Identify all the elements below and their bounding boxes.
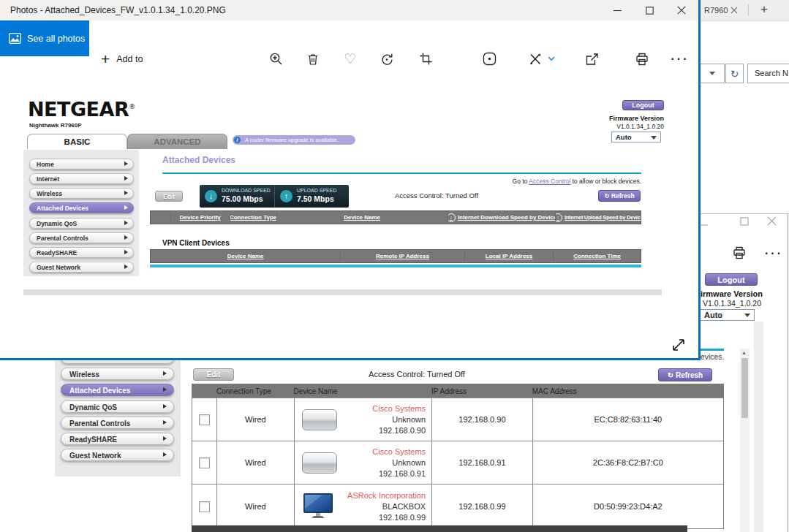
logout-button-large[interactable]: Logout [705, 273, 758, 286]
add-to-button[interactable]: + Add to [101, 41, 143, 77]
sidebar-item-guest-network[interactable]: Guest Network [29, 262, 134, 273]
search-box[interactable] [747, 64, 789, 83]
maximize-button[interactable] [633, 0, 665, 20]
window-title: Photos - Attached_Devices_FW_v1.0.1.34_1… [10, 5, 226, 15]
sidebar-item-attached-devices-large[interactable]: Attached Devices [61, 384, 174, 396]
zoom-icon[interactable] [265, 41, 287, 77]
registered-mark: ® [129, 103, 135, 110]
expand-fullscreen-icon[interactable] [670, 336, 687, 354]
device-ip: 192.168.0.99 [379, 513, 426, 522]
edit-create-icon[interactable] [524, 41, 546, 77]
column-header[interactable]: Device Priority [170, 211, 230, 224]
sidebar-item-label: Attached Devices [69, 387, 130, 395]
close-button[interactable] [665, 0, 698, 20]
window2-maximize-icon[interactable] [740, 217, 749, 226]
sidebar-item-wireless[interactable]: Wireless [29, 188, 134, 199]
sidebar-item-guest-network-large[interactable]: Guest Network [61, 449, 174, 461]
sidebar-item-label: Wireless [69, 370, 99, 379]
browser-refresh-icon: ↻ [731, 68, 739, 80]
refresh-label: Refresh [676, 371, 703, 379]
sidebar-item-label: Attached Devices [37, 205, 88, 212]
search-input[interactable] [753, 68, 789, 78]
logout-button[interactable]: Logout [622, 100, 664, 110]
share-icon[interactable] [581, 41, 603, 77]
refresh-button[interactable]: ↻ Refresh [598, 190, 641, 202]
sidebar-item-parental-controls-large[interactable]: Parental Controls [61, 417, 174, 429]
sidebar-item-label: Parental Controls [69, 419, 130, 428]
row-checkbox[interactable] [199, 414, 210, 425]
more-options-icon[interactable]: ··· [765, 250, 783, 257]
row-checkbox[interactable] [199, 501, 210, 512]
column-header[interactable]: Remote IP Address [340, 250, 464, 262]
sidebar-item-dynamic-qos[interactable]: Dynamic QoS [29, 218, 134, 229]
spot-fix-icon[interactable] [478, 41, 500, 77]
browser-refresh-button[interactable]: ↻ [725, 64, 744, 83]
sidebar-item-attached-devices[interactable]: Attached Devices [29, 202, 134, 213]
column-header[interactable]: Connection Type [216, 387, 294, 395]
scrollbar-thumb[interactable] [741, 358, 748, 418]
table-header-row: Connection Type Device Name IP Address M… [192, 384, 723, 398]
sidebar-item-internet[interactable]: Internet [29, 173, 134, 184]
rotate-icon[interactable] [376, 41, 398, 77]
address-bar-fragment[interactable] [698, 64, 725, 83]
window2-close-icon[interactable] [767, 216, 777, 226]
sidebar-item-readyshare[interactable]: ReadySHARE [29, 247, 134, 258]
connection-type-cell: Wired [216, 398, 294, 441]
see-all-photos-button[interactable]: See all photos [0, 20, 89, 56]
upload-arrow-icon: ↑ [280, 190, 292, 202]
column-header[interactable]: IP Address [431, 387, 532, 395]
delete-icon[interactable] [302, 41, 324, 77]
column-header[interactable]: ↓Internet Download Speed by Device [448, 211, 556, 224]
firmware-mode-value-large: Auto [704, 311, 722, 319]
tab-advanced[interactable]: ADVANCED [127, 134, 227, 149]
refresh-button-large[interactable]: ↻ Refresh [658, 368, 712, 381]
more-options-icon[interactable]: ··· [669, 41, 691, 77]
sidebar-item-home[interactable]: Home [29, 159, 134, 170]
print-icon[interactable] [732, 246, 747, 260]
upload-speed-label: UPLOAD SPEED [297, 188, 336, 193]
row-checkbox[interactable] [199, 457, 210, 468]
tab-basic[interactable]: BASIC [27, 134, 127, 149]
new-tab-button[interactable]: + [760, 2, 768, 17]
sidebar-item-label: Dynamic QoS [69, 403, 117, 411]
edit-button[interactable]: Edit [155, 191, 183, 202]
column-header[interactable]: MAC Address [532, 387, 723, 395]
column-header[interactable]: Device Name [151, 250, 340, 262]
firmware-mode-select[interactable]: Auto [611, 132, 661, 142]
tab-close-icon[interactable] [731, 7, 738, 14]
edit-button-large[interactable]: Edit [193, 368, 234, 381]
add-to-label: Add to [116, 54, 143, 64]
minimize-button[interactable] [601, 0, 633, 20]
ip-address-cell: 192.168.0.90 [431, 398, 532, 441]
favorite-heart-icon[interactable]: ♡ [339, 41, 361, 77]
banner-text: A router firmware upgrade is available. [245, 137, 339, 143]
ip-address-cell: 192.168.0.99 [431, 484, 532, 528]
access-control-link[interactable]: Access Control [529, 178, 570, 185]
sidebar-item-dynamic-qos-large[interactable]: Dynamic QoS [61, 400, 174, 413]
browser-tab-bar: R7960 + [698, 0, 789, 21]
crop-icon[interactable] [415, 41, 437, 77]
address-dropdown-icon[interactable] [709, 72, 715, 75]
vpn-table-rule [150, 265, 641, 267]
sidebar-item-readyshare-large[interactable]: ReadySHARE [61, 433, 174, 445]
firmware-mode-value: Auto [616, 133, 632, 141]
column-header[interactable]: Local IP Address [464, 250, 554, 262]
column-header[interactable]: Device Name [294, 387, 431, 395]
photo-bottom-band [23, 289, 662, 295]
sidebar-item-wireless-large[interactable]: Wireless [61, 368, 174, 380]
device-ip: 192.168.0.91 [379, 469, 426, 478]
column-header[interactable]: ↑Internet Upload Speed by Device [555, 211, 641, 224]
column-header[interactable]: Device Name [276, 211, 448, 224]
sidebar-item-parental-controls[interactable]: Parental Controls [29, 232, 134, 243]
chevron-right-icon [163, 436, 167, 441]
browser-tab[interactable]: R7960 [704, 6, 728, 15]
edit-dropdown-chevron-icon[interactable] [545, 41, 558, 77]
firmware-upgrade-banner[interactable]: i A router firmware upgrade is available… [233, 135, 355, 145]
column-header[interactable]: Connection Time [553, 250, 641, 262]
firmware-mode-select-large[interactable]: Auto [699, 309, 755, 321]
print-icon[interactable] [631, 41, 653, 77]
scrollbar-up-icon[interactable]: ▲ [741, 350, 747, 355]
monitor-icon [302, 493, 334, 520]
photos-toolbar: See all photos + Add to ♡ [0, 20, 698, 56]
column-header[interactable]: Connection Type [230, 211, 276, 224]
